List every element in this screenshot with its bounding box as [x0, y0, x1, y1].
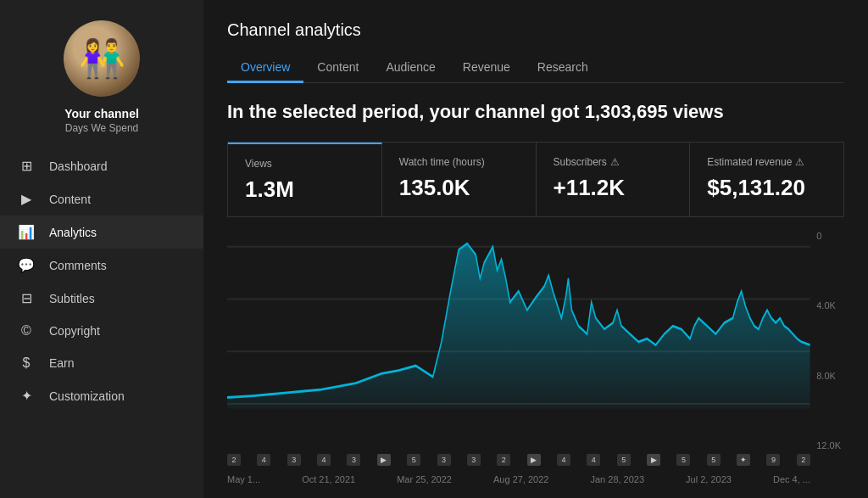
timeline-marker[interactable]: 3	[287, 454, 301, 466]
x-axis: May 1...Oct 21, 2021Mar 25, 2022Aug 27, …	[227, 471, 810, 484]
timeline-marker[interactable]: 9	[766, 454, 780, 466]
metric-subscribers[interactable]: Subscribers ⚠ +11.2K	[537, 143, 691, 216]
timeline-marker[interactable]: 3	[347, 454, 360, 466]
sidebar-item-content[interactable]: ▶ Content	[0, 182, 203, 215]
sidebar-item-label: Customization	[49, 389, 125, 403]
sidebar-item-label: Dashboard	[49, 159, 108, 173]
metric-views[interactable]: Views 1.3M	[228, 143, 382, 216]
metric-value-estimated_revenue: $5,131.20	[707, 175, 826, 201]
avatar-image	[64, 20, 140, 97]
metric-watch_time[interactable]: Watch time (hours) 135.0K	[382, 143, 537, 216]
metric-label-watch_time: Watch time (hours)	[399, 156, 519, 168]
tab-content[interactable]: Content	[303, 53, 372, 83]
sidebar-item-customization[interactable]: ✦ Customization	[0, 379, 203, 412]
x-axis-label: Dec 4, ...	[773, 474, 810, 484]
sidebar-navigation: ⊞ Dashboard ▶ Content 📊 Analytics 💬 Comm…	[0, 149, 203, 412]
sidebar-item-earn[interactable]: $ Earn	[0, 347, 203, 379]
timeline-marker[interactable]: 5	[676, 454, 690, 466]
timeline-marker[interactable]: 5	[407, 454, 420, 466]
x-axis-label: Aug 27, 2022	[493, 474, 548, 484]
x-axis-label: Jan 28, 2023	[590, 474, 644, 484]
sidebar-item-label: Subtitles	[49, 292, 95, 305]
timeline-marker[interactable]: ✦	[737, 454, 750, 466]
metric-label-subscribers: Subscribers ⚠	[554, 156, 673, 168]
timeline-marker[interactable]: ▶	[647, 454, 660, 466]
y-axis-label: 8.0K	[816, 371, 841, 381]
channel-name: Your channel	[64, 107, 139, 120]
timeline-marker[interactable]: 4	[557, 454, 570, 466]
subtitles-icon: ⊟	[17, 290, 36, 306]
tab-overview[interactable]: Overview	[227, 53, 303, 83]
timeline-marker[interactable]: ▶	[527, 454, 541, 466]
sidebar-item-label: Content	[49, 193, 91, 206]
channel-subtitle: Days We Spend	[65, 122, 139, 134]
tab-research[interactable]: Research	[524, 53, 602, 83]
y-axis: 12.0K8.0K4.0K0	[816, 231, 844, 450]
x-axis-label: Mar 25, 2022	[397, 474, 452, 484]
sidebar-item-comments[interactable]: 💬 Comments	[0, 249, 203, 282]
tab-bar: OverviewContentAudienceRevenueResearch	[227, 53, 844, 83]
timeline-marker[interactable]: 4	[257, 454, 270, 466]
tab-audience[interactable]: Audience	[372, 53, 448, 83]
sidebar-item-copyright[interactable]: © Copyright	[0, 315, 203, 347]
content-icon: ▶	[17, 191, 36, 207]
timeline-marker[interactable]: 3	[437, 454, 451, 466]
metric-value-views: 1.3M	[245, 176, 364, 203]
metric-value-subscribers: +11.2K	[554, 175, 673, 201]
timeline-marker[interactable]: 5	[617, 454, 631, 466]
timeline-markers: 24343▶5332▶445▶55✦92	[227, 454, 810, 466]
timeline-marker[interactable]: 4	[317, 454, 331, 466]
x-axis-label: Oct 21, 2021	[302, 474, 355, 484]
copyright-icon: ©	[17, 323, 36, 339]
sidebar-item-label: Earn	[49, 356, 75, 370]
y-axis-label: 4.0K	[816, 300, 841, 311]
y-axis-label: 12.0K	[816, 440, 841, 450]
earn-icon: $	[17, 355, 36, 371]
comments-icon: 💬	[17, 257, 36, 273]
sidebar-item-label: Analytics	[49, 226, 97, 239]
info-icon[interactable]: ⚠	[795, 156, 804, 168]
channel-avatar	[64, 20, 140, 97]
chart-svg	[227, 231, 844, 484]
y-axis-label: 0	[816, 231, 841, 241]
sidebar: Your channel Days We Spend ⊞ Dashboard ▶…	[0, 0, 203, 498]
dashboard-icon: ⊞	[17, 158, 36, 174]
timeline-marker[interactable]: 2	[227, 454, 241, 466]
customization-icon: ✦	[17, 388, 36, 404]
metric-estimated_revenue[interactable]: Estimated revenue ⚠ $5,131.20	[690, 143, 843, 216]
timeline-marker[interactable]: 2	[797, 454, 810, 466]
sidebar-item-dashboard[interactable]: ⊞ Dashboard	[0, 149, 203, 182]
metrics-row: Views 1.3M Watch time (hours) 135.0K Sub…	[227, 142, 844, 217]
page-title: Channel analytics	[227, 20, 844, 40]
main-content: Channel analytics OverviewContentAudienc…	[203, 0, 868, 498]
headline-text: In the selected period, your channel got…	[227, 100, 844, 125]
sidebar-item-label: Comments	[49, 259, 107, 272]
timeline-marker[interactable]: 3	[467, 454, 481, 466]
metric-label-estimated_revenue: Estimated revenue ⚠	[707, 156, 826, 168]
chart-container: 12.0K8.0K4.0K0 May 1...Oct 21, 2021Mar 2…	[227, 231, 844, 484]
timeline-marker[interactable]: 4	[587, 454, 600, 466]
sidebar-item-analytics[interactable]: 📊 Analytics	[0, 215, 203, 249]
timeline-marker[interactable]: 5	[707, 454, 721, 466]
sidebar-item-label: Copyright	[49, 324, 100, 338]
timeline-marker[interactable]: 2	[497, 454, 510, 466]
timeline-marker[interactable]: ▶	[377, 454, 391, 466]
metric-label-views: Views	[245, 158, 364, 170]
x-axis-label: Jul 2, 2023	[686, 474, 732, 484]
info-icon[interactable]: ⚠	[610, 156, 620, 168]
sidebar-item-subtitles[interactable]: ⊟ Subtitles	[0, 282, 203, 315]
analytics-icon: 📊	[17, 224, 36, 240]
metric-value-watch_time: 135.0K	[399, 175, 519, 201]
tab-revenue[interactable]: Revenue	[449, 53, 524, 83]
x-axis-label: May 1...	[227, 474, 260, 484]
